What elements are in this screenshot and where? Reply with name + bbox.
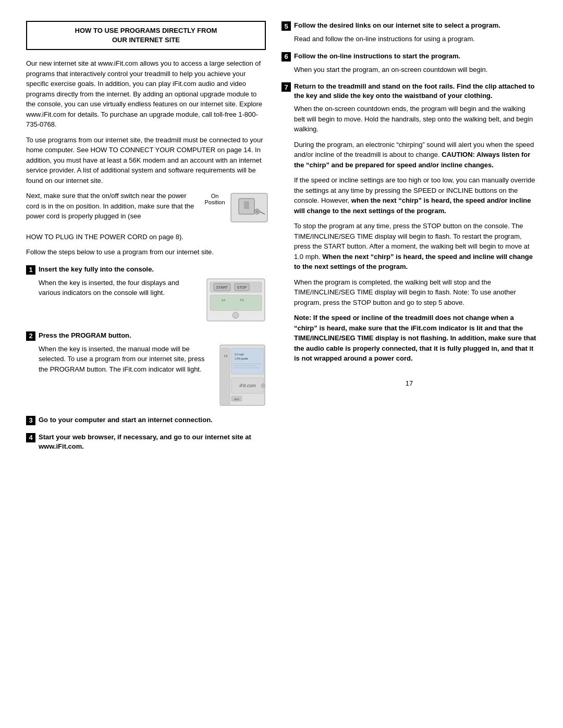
step-7-header: 7 Return to the treadmill and stand on t…: [282, 82, 537, 101]
step-7-content: When the on-screen countdown ends, the p…: [294, 104, 537, 364]
step-5-number: 5: [282, 21, 291, 31]
section-header: HOW TO USE PROGRAMS DIRECTLY FROM OUR IN…: [26, 21, 266, 50]
step-2-body: When the key is inserted, the manual mod…: [39, 344, 212, 375]
step-3-title: Go to your computer and start an interne…: [39, 415, 213, 425]
step-1-content: When the key is inserted, the four displ…: [39, 278, 266, 324]
step-1-title: Insert the key fully into the console.: [39, 265, 154, 274]
svg-text:1.5% grade: 1.5% grade: [235, 357, 248, 360]
step-7-block: 7 Return to the treadmill and stand on t…: [282, 82, 537, 364]
step-7-body4: To stop the program at any time, press t…: [294, 221, 537, 272]
step-4-number: 4: [26, 433, 35, 442]
step-6-content: When you start the program, an on-screen…: [294, 65, 537, 75]
follow-steps-text: Follow the steps below to use a program …: [26, 247, 266, 257]
step-1-image: START STOP 1A TO: [206, 278, 266, 324]
step-2-text: When the key is inserted, the manual mod…: [39, 344, 212, 380]
svg-point-15: [232, 312, 239, 318]
step-6-block: 6 Follow the on-line instructions to sta…: [282, 52, 537, 75]
step-4-block: 4 Start your web browser, if necessary, …: [26, 433, 266, 451]
console-step2-icon: LS 6.0 mph 1.5% grade iFit.com: [219, 344, 266, 406]
page-container: HOW TO USE PROGRAMS DIRECTLY FROM OUR IN…: [26, 21, 537, 459]
on-label: On: [204, 193, 225, 199]
step-7-note: Note: If the speed or incline of the tre…: [294, 313, 537, 364]
on-position-text-block: Next, make sure that the on/off switch n…: [26, 191, 201, 227]
step-6-body: When you start the program, an on-screen…: [294, 65, 537, 75]
step-7-bold4: When the next “chirp” is heard, the spee…: [294, 253, 533, 271]
step-3-block: 3 Go to your computer and start an inter…: [26, 415, 266, 425]
section-header-title: HOW TO USE PROGRAMS DIRECTLY FROM OUR IN…: [33, 26, 259, 45]
step-7-body2: During the program, an electronic “chirp…: [294, 140, 537, 170]
step-2-image: LS 6.0 mph 1.5% grade iFit.com: [219, 344, 266, 408]
on-position-ref: HOW TO PLUG IN THE POWER CORD on page 8)…: [26, 232, 266, 242]
svg-rect-12: [210, 295, 262, 311]
svg-point-27: [261, 384, 265, 388]
step-2-content: When the key is inserted, the manual mod…: [39, 344, 266, 408]
on-position-section: Next, make sure that the on/off switch n…: [26, 191, 266, 227]
svg-rect-2: [244, 201, 249, 209]
step-5-body: Read and follow the on-line instructions…: [294, 34, 537, 44]
step-5-block: 5 Follow the desired links on our intern…: [282, 21, 537, 44]
step-7-body3: If the speed or incline settings are too…: [294, 175, 537, 216]
console-step1-icon: START STOP 1A TO: [206, 278, 266, 322]
step-3-number: 3: [26, 416, 35, 425]
step-1-text: When the key is inserted, the four displ…: [39, 278, 199, 303]
svg-text:1A: 1A: [222, 299, 225, 302]
step-3-header: 3 Go to your computer and start an inter…: [26, 415, 266, 425]
on-position-image-container: On Position: [209, 191, 266, 225]
step-4-header: 4 Start your web browser, if necessary, …: [26, 433, 266, 451]
step-5-content: Read and follow the on-line instructions…: [294, 34, 537, 44]
intro-paragraph-1: Our new internet site at www.iFit.com al…: [26, 58, 266, 130]
step-7-number: 7: [282, 82, 291, 92]
svg-point-5: [256, 211, 258, 213]
on-position-text: Next, make sure that the on/off switch n…: [26, 191, 201, 221]
svg-text:STOP: STOP: [237, 286, 247, 289]
svg-text:(km): (km): [234, 398, 239, 401]
step-1-block: 1 Insert the key fully into the console.…: [26, 265, 266, 324]
step-4-title: Start your web browser, if necessary, an…: [39, 433, 266, 451]
svg-text:TO: TO: [240, 299, 244, 302]
position-label: Position: [204, 199, 225, 205]
page-number: 17: [282, 379, 537, 387]
svg-text:iFit.com: iFit.com: [239, 383, 256, 388]
svg-text:LS: LS: [224, 354, 228, 357]
step-1-header: 1 Insert the key fully into the console.: [26, 265, 266, 275]
step-2-header: 2 Press the PROGRAM button.: [26, 331, 266, 341]
svg-rect-19: [231, 348, 264, 374]
step-7-title: Return to the treadmill and stand on the…: [294, 82, 537, 101]
step-7-body5: When the program is completed, the walki…: [294, 277, 537, 308]
on-position-icon: [228, 191, 270, 225]
step-7-note-bold: Note: If the speed or incline of the tre…: [294, 314, 536, 362]
step-7-body1: When the on-screen countdown ends, the p…: [294, 104, 537, 134]
right-column: 5 Follow the desired links on our intern…: [282, 21, 537, 459]
step-2-number: 2: [26, 331, 35, 341]
step-1-body: When the key is inserted, the four displ…: [39, 278, 199, 298]
step-1-number: 1: [26, 265, 35, 275]
svg-text:6.0 mph: 6.0 mph: [235, 353, 244, 356]
svg-text:START: START: [216, 286, 228, 289]
step-5-title: Follow the desired links on our internet…: [294, 21, 500, 30]
step-2-title: Press the PROGRAM button.: [39, 331, 131, 340]
left-column: HOW TO USE PROGRAMS DIRECTLY FROM OUR IN…: [26, 21, 266, 459]
intro-paragraph-2: To use programs from our internet site, …: [26, 135, 266, 186]
step-6-header: 6 Follow the on-line instructions to sta…: [282, 52, 537, 61]
step-6-number: 6: [282, 52, 291, 61]
step-5-header: 5 Follow the desired links on our intern…: [282, 21, 537, 31]
step-6-title: Follow the on-line instructions to start…: [294, 52, 460, 61]
step-2-block: 2 Press the PROGRAM button. When the key…: [26, 331, 266, 408]
